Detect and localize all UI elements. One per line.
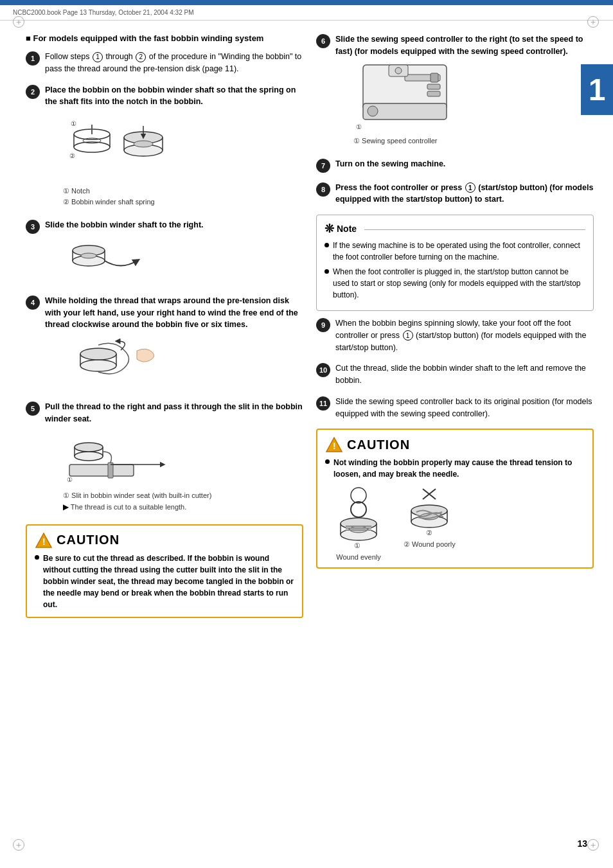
step-1-content: Follow steps 1 through 2 of the procedur… <box>45 51 303 75</box>
note-star-icon: ❊ <box>324 222 334 236</box>
wound-poorly-svg: ② <box>404 486 455 538</box>
section-heading: For models equipped with the fast bobbin… <box>26 33 303 43</box>
step-8: 8 Press the foot controller or press 1 (… <box>316 182 594 206</box>
corner-circle-bl <box>13 839 24 851</box>
right-column: 6 Slide the sewing speed controller to t… <box>316 33 594 626</box>
caution-box-right: ! CAUTION Not winding the bobbin properl… <box>316 429 594 569</box>
main-content: For models equipped with the fast bobbin… <box>0 21 613 639</box>
step-4-diagram <box>63 335 303 388</box>
step-num-3: 3 <box>26 220 40 234</box>
svg-rect-35 <box>427 84 440 89</box>
step-8-content: Press the foot controller or press 1 (st… <box>335 182 594 206</box>
svg-point-45 <box>351 502 366 517</box>
wound-evenly-diagram: ① Wound evenly <box>333 486 384 561</box>
step-9-text: When the bobbin begins spinning slowly, … <box>335 317 594 353</box>
note-text-1: If the sewing machine is to be operated … <box>333 240 585 263</box>
step-5-content: Pull the thread to the right and pass it… <box>45 401 303 515</box>
svg-point-38 <box>395 67 402 74</box>
svg-text:②: ② <box>426 529 432 536</box>
step-2-caption-1: ① Notch <box>63 187 303 195</box>
wound-poorly-diagram: ② ② Wound poorly <box>404 486 456 561</box>
wound-diagrams: ① Wound evenly <box>325 486 585 561</box>
note-dot-2 <box>324 269 329 274</box>
note-bullet-1: If the sewing machine is to be operated … <box>324 240 585 263</box>
svg-point-4 <box>83 138 101 143</box>
svg-text:!: ! <box>333 441 336 451</box>
page-number: 13 <box>577 838 587 849</box>
step-6-caption-text: Sewing speed controller <box>362 137 437 145</box>
corner-mark-bl <box>13 839 26 852</box>
step-3-diagram <box>63 235 303 282</box>
note-box: ❊ Note If the sewing machine is to be op… <box>316 215 594 311</box>
bobbin-svg-5: ① <box>63 429 172 487</box>
corner-circle-tl <box>13 16 24 28</box>
bobbin-svg-2: ① ② <box>63 112 172 182</box>
note-title: Note <box>337 224 357 234</box>
step-2-caption-2: ② Bobbin winder shaft spring <box>63 198 303 206</box>
bobbin-svg-4 <box>63 335 166 386</box>
inline-btn-8: 1 <box>465 182 475 193</box>
note-dot-1 <box>324 243 329 247</box>
step-3-text: Slide the bobbin winder shaft to the rig… <box>45 219 303 231</box>
step-5-caption-arrow: ▶ The thread is cut to a suitable length… <box>63 502 303 511</box>
step-9: 9 When the bobbin begins spinning slowly… <box>316 317 594 353</box>
svg-rect-36 <box>427 91 440 96</box>
step-8-text: Press the foot controller or press 1 (st… <box>335 182 594 206</box>
caution-bullet-right: Not winding the bobbin properly may caus… <box>325 457 585 480</box>
top-bar <box>0 0 613 5</box>
step-1-text: Follow steps 1 through 2 of the procedur… <box>45 51 303 75</box>
wound-evenly-svg2: ① <box>333 499 384 551</box>
corner-mark-tl <box>13 16 26 29</box>
header: NCBC2000.book Page 13 Thursday, October … <box>0 5 613 21</box>
step-5-caption-1: ① Slit in bobbin winder seat (with built… <box>63 492 303 500</box>
svg-rect-34 <box>431 73 438 82</box>
inline-num-1b: 2 <box>136 52 146 62</box>
step-num-11: 11 <box>316 396 330 411</box>
step-num-6: 6 <box>316 34 330 48</box>
svg-text:②: ② <box>69 152 75 159</box>
step-6: 6 Slide the sewing speed controller to t… <box>316 33 594 149</box>
svg-text:!: ! <box>42 536 46 547</box>
svg-point-20 <box>80 348 116 360</box>
svg-text:①: ① <box>71 120 76 127</box>
bobbin-svg-3 <box>63 235 153 280</box>
step-num-8: 8 <box>316 182 330 197</box>
caution-triangle-right: ! <box>325 436 343 453</box>
note-divider <box>364 229 585 230</box>
inline-btn-9: 1 <box>403 330 413 341</box>
corner-circle-tr <box>587 16 599 28</box>
note-bullet-2: When the foot controller is plugged in, … <box>324 266 585 301</box>
wound-poorly-caption: ② Wound poorly <box>404 540 456 549</box>
step-11: 11 Slide the sewing speed controller bac… <box>316 396 594 420</box>
caution-bullet-left: Be sure to cut the thread as described. … <box>35 553 294 610</box>
step-11-text: Slide the sewing speed controller back t… <box>335 396 594 420</box>
step-11-content: Slide the sewing speed controller back t… <box>335 396 594 420</box>
svg-point-19 <box>80 360 116 371</box>
svg-point-40 <box>368 106 378 116</box>
caution-header-right: ! CAUTION <box>325 436 585 453</box>
caution-triangle-left: ! <box>35 532 53 549</box>
svg-point-25 <box>75 452 103 461</box>
corner-mark-tr <box>587 16 600 29</box>
sewing-machine-svg: ① <box>353 62 456 132</box>
step-7: 7 Turn on the sewing machine. <box>316 158 594 173</box>
step-7-content: Turn on the sewing machine. <box>335 158 594 170</box>
step-3-content: Slide the bobbin winder shaft to the rig… <box>45 219 303 286</box>
corner-circle-br <box>587 839 599 851</box>
step-num-10: 10 <box>316 363 330 377</box>
step-6-diagram: ① ① Sewing speed controller <box>353 62 594 145</box>
wound-evenly-caption: Wound evenly <box>336 553 381 561</box>
caution-box-left: ! CAUTION Be sure to cut the thread as d… <box>26 524 303 618</box>
note-header: ❊ Note <box>324 222 585 236</box>
caution-text-right: Not winding the bobbin properly may caus… <box>333 457 585 480</box>
caution-dot-left <box>35 555 39 560</box>
caution-text-left: Be sure to cut the thread as described. … <box>43 553 294 610</box>
step-7-text: Turn on the sewing machine. <box>335 158 594 170</box>
step-num-9: 9 <box>316 318 330 332</box>
step-10: 10 Cut the thread, slide the bobbin wind… <box>316 362 594 387</box>
step-5-text: Pull the thread to the right and pass it… <box>45 401 303 425</box>
step-4: 4 While holding the thread that wraps ar… <box>26 295 303 392</box>
caution-header-left: ! CAUTION <box>35 532 294 549</box>
header-filename: NCBC2000.book Page 13 Thursday, October … <box>13 9 600 16</box>
corner-mark-br <box>587 839 600 852</box>
